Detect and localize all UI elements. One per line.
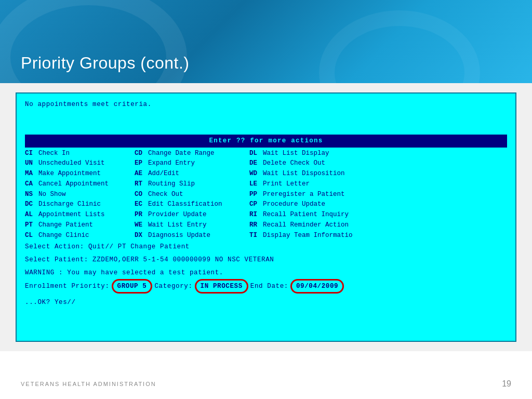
cmd-code: CI: [25, 149, 38, 158]
cmd-code: CO: [135, 190, 148, 200]
menu-row: DC Discharge Clinic EC Edit Classificati…: [25, 200, 507, 209]
cmd-label: Diagnosis Update: [148, 231, 249, 241]
enrollment-line: Enrollment Priority: GROUP 5 Category: I…: [25, 279, 507, 294]
menu-row: CA Cancel Appointment RT Routing Slip LE…: [25, 179, 507, 189]
cmd-code: EP: [135, 158, 148, 168]
cmd-code: TI: [249, 231, 263, 241]
cmd-label: Recall Reminder Action: [263, 220, 349, 230]
cmd-label: Change Clinic: [38, 231, 135, 241]
cmd-label: Make Appointment: [38, 169, 135, 179]
cmd-label: Edit Classification: [148, 200, 249, 209]
menu-row: AL Appointment Lists PR Provider Update …: [25, 210, 507, 220]
cmd-label: Check Out: [148, 190, 249, 200]
cmd-label: No Show: [38, 190, 135, 200]
cmd-code: DL: [249, 149, 263, 158]
cmd-code: CL: [25, 231, 38, 241]
cmd-label: Preregister a Patient: [263, 190, 345, 200]
no-appointments-text: No appointments meet criteria.: [25, 100, 507, 110]
terminal-screen: No appointments meet criteria. Enter ?? …: [16, 92, 516, 342]
cmd-label: Change Patient: [38, 220, 135, 230]
cmd-code: RR: [249, 220, 263, 230]
enddate-highlight: 09/04/2009: [290, 279, 344, 294]
cmd-label: Recall Patient Inquiry: [263, 210, 349, 220]
terminal-menu: CI Check In CD Change Date Range DL Wait…: [25, 149, 507, 241]
cmd-code: RI: [249, 210, 263, 220]
enrollment-label: Enrollment Priority:: [25, 282, 110, 291]
cmd-label: Unscheduled Visit: [38, 158, 135, 168]
cmd-code: PR: [135, 210, 148, 220]
cmd-label: Routing Slip: [148, 179, 249, 189]
menu-row: MA Make Appointment AE Add/Edit WD Wait …: [25, 169, 507, 179]
cmd-code: WE: [135, 220, 148, 230]
cmd-code: UN: [25, 158, 38, 168]
cmd-code: PP: [249, 190, 263, 200]
cmd-code: AL: [25, 210, 38, 220]
cmd-label: Wait List Entry: [148, 220, 249, 230]
ok-text: ...OK? Yes//: [25, 298, 507, 308]
menu-row: PT Change Patient WE Wait List Entry RR …: [25, 220, 507, 230]
warning-text: WARNING : You may have selected a test p…: [25, 268, 507, 278]
cmd-code: LE: [249, 179, 263, 189]
cmd-label: Check In: [38, 149, 135, 158]
group-highlight: GROUP 5: [112, 279, 153, 294]
actions-header: Enter ?? for more actions: [25, 135, 507, 148]
cmd-label: Print Letter: [263, 179, 310, 189]
footer-organization: VETERANS HEALTH ADMINISTRATION: [21, 381, 156, 387]
footer: VETERANS HEALTH ADMINISTRATION 19: [21, 379, 511, 389]
enddate-prefix: End Date:: [250, 282, 288, 291]
select-action-text: Select Action: Quit// PT Change Patient: [25, 242, 507, 252]
menu-row: CI Check In CD Change Date Range DL Wait…: [25, 149, 507, 158]
cmd-label: Wait List Disposition: [263, 169, 345, 179]
main-content: No appointments meet criteria. Enter ?? …: [0, 83, 532, 351]
cmd-label: Appointment Lists: [38, 210, 135, 220]
cmd-code: RT: [135, 179, 148, 189]
cmd-code: CP: [249, 200, 263, 209]
cmd-code: CD: [135, 149, 148, 158]
cmd-code: WD: [249, 169, 263, 179]
menu-row: CL Change Clinic DX Diagnosis Update TI …: [25, 231, 507, 241]
cmd-code: PT: [25, 220, 38, 230]
cmd-label: Procedure Update: [263, 200, 325, 209]
select-patient-text: Select Patient: ZZDEMO,OERR 5-1-54 00000…: [25, 255, 507, 265]
cmd-label: Wait List Display: [263, 149, 329, 158]
footer-page-number: 19: [502, 379, 511, 389]
cmd-code: CA: [25, 179, 38, 189]
category-prefix: Category:: [154, 282, 192, 291]
cmd-code: NS: [25, 190, 38, 200]
cmd-label: Provider Update: [148, 210, 249, 220]
header-banner: Priority Groups (cont.): [0, 0, 532, 83]
cmd-label: Add/Edit: [148, 169, 249, 179]
cmd-code: EC: [135, 200, 148, 209]
cmd-label: Display Team Informatio: [263, 231, 353, 241]
cmd-label: Cancel Appointment: [38, 179, 135, 189]
cmd-code: AE: [135, 169, 148, 179]
cmd-code: DC: [25, 200, 38, 209]
cmd-code: DE: [249, 158, 263, 168]
cmd-code: DX: [135, 231, 148, 241]
page-title: Priority Groups (cont.): [21, 54, 189, 73]
menu-row: NS No Show CO Check Out PP Preregister a…: [25, 190, 507, 200]
cmd-label: Discharge Clinic: [38, 200, 135, 209]
cmd-label: Expand Entry: [148, 158, 249, 168]
cmd-code: MA: [25, 169, 38, 179]
terminal-spacer: [25, 114, 507, 135]
cmd-label: Change Date Range: [148, 149, 249, 158]
cmd-label: Delete Check Out: [263, 158, 325, 168]
menu-row: UN Unscheduled Visit EP Expand Entry DE …: [25, 158, 507, 168]
category-highlight: IN PROCESS: [195, 279, 248, 294]
